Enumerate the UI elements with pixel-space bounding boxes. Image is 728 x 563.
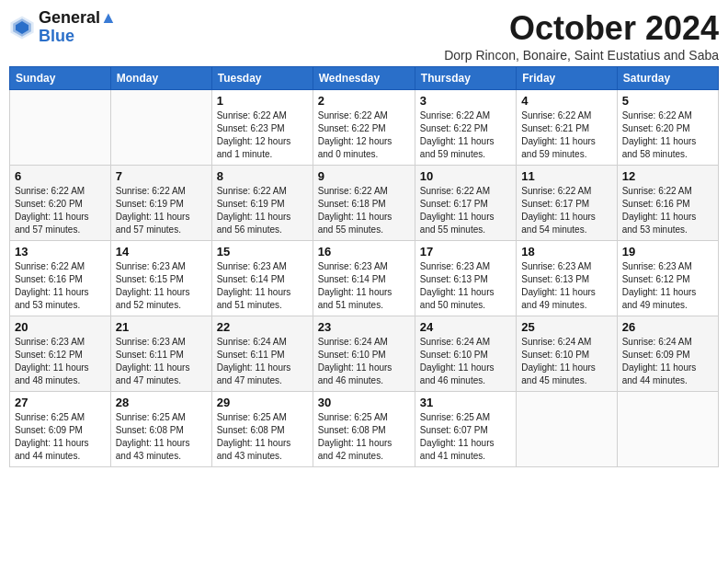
calendar-week-row: 13Sunrise: 6:22 AM Sunset: 6:16 PM Dayli…	[10, 241, 719, 316]
weekday-header: Wednesday	[313, 67, 415, 90]
day-info: Sunrise: 6:24 AM Sunset: 6:11 PM Dayligh…	[217, 336, 308, 387]
calendar-cell	[10, 90, 111, 166]
calendar-cell: 15Sunrise: 6:23 AM Sunset: 6:14 PM Dayli…	[211, 241, 313, 316]
calendar-cell: 4Sunrise: 6:22 AM Sunset: 6:21 PM Daylig…	[517, 90, 617, 166]
calendar-cell: 3Sunrise: 6:22 AM Sunset: 6:22 PM Daylig…	[415, 90, 516, 166]
day-number: 28	[116, 396, 207, 409]
calendar-cell: 17Sunrise: 6:23 AM Sunset: 6:13 PM Dayli…	[415, 241, 516, 316]
weekday-header: Tuesday	[211, 67, 313, 90]
calendar-cell: 9Sunrise: 6:22 AM Sunset: 6:18 PM Daylig…	[313, 166, 415, 241]
weekday-header: Sunday	[10, 67, 111, 90]
day-number: 29	[217, 396, 308, 409]
calendar-cell: 28Sunrise: 6:25 AM Sunset: 6:08 PM Dayli…	[110, 392, 211, 467]
day-number: 13	[15, 245, 106, 259]
calendar-cell: 21Sunrise: 6:23 AM Sunset: 6:11 PM Dayli…	[110, 316, 211, 392]
weekday-header: Saturday	[617, 67, 718, 90]
day-number: 15	[217, 245, 308, 259]
day-info: Sunrise: 6:23 AM Sunset: 6:14 PM Dayligh…	[318, 260, 410, 312]
day-number: 11	[521, 169, 611, 183]
day-info: Sunrise: 6:25 AM Sunset: 6:08 PM Dayligh…	[116, 411, 207, 463]
calendar-week-row: 20Sunrise: 6:23 AM Sunset: 6:12 PM Dayli…	[10, 316, 719, 392]
day-info: Sunrise: 6:22 AM Sunset: 6:20 PM Dayligh…	[622, 109, 713, 161]
day-number: 26	[622, 320, 713, 334]
day-number: 6	[15, 169, 106, 183]
logo-icon	[9, 15, 35, 40]
calendar-table: SundayMondayTuesdayWednesdayThursdayFrid…	[9, 66, 719, 467]
day-info: Sunrise: 6:23 AM Sunset: 6:13 PM Dayligh…	[521, 260, 611, 312]
day-info: Sunrise: 6:22 AM Sunset: 6:23 PM Dayligh…	[217, 109, 308, 161]
calendar-cell	[517, 392, 617, 467]
day-number: 4	[521, 94, 611, 108]
calendar-cell: 11Sunrise: 6:22 AM Sunset: 6:17 PM Dayli…	[517, 166, 617, 241]
day-number: 21	[116, 320, 207, 334]
day-info: Sunrise: 6:24 AM Sunset: 6:10 PM Dayligh…	[420, 336, 511, 387]
day-number: 5	[622, 94, 713, 108]
calendar-cell: 10Sunrise: 6:22 AM Sunset: 6:17 PM Dayli…	[415, 166, 516, 241]
day-number: 23	[318, 320, 410, 334]
day-number: 3	[420, 94, 511, 108]
day-info: Sunrise: 6:22 AM Sunset: 6:19 PM Dayligh…	[116, 185, 207, 236]
day-info: Sunrise: 6:22 AM Sunset: 6:16 PM Dayligh…	[622, 185, 713, 236]
day-number: 18	[521, 245, 611, 259]
calendar-cell: 2Sunrise: 6:22 AM Sunset: 6:22 PM Daylig…	[313, 90, 415, 166]
calendar-cell: 1Sunrise: 6:22 AM Sunset: 6:23 PM Daylig…	[211, 90, 313, 166]
calendar-cell: 27Sunrise: 6:25 AM Sunset: 6:09 PM Dayli…	[10, 392, 111, 467]
calendar-cell: 8Sunrise: 6:22 AM Sunset: 6:19 PM Daylig…	[211, 166, 313, 241]
day-number: 7	[116, 169, 207, 183]
calendar-cell: 31Sunrise: 6:25 AM Sunset: 6:07 PM Dayli…	[415, 392, 516, 467]
day-number: 8	[217, 169, 308, 183]
day-number: 27	[15, 396, 106, 409]
calendar-week-row: 6Sunrise: 6:22 AM Sunset: 6:20 PM Daylig…	[10, 166, 719, 241]
calendar-cell: 29Sunrise: 6:25 AM Sunset: 6:08 PM Dayli…	[211, 392, 313, 467]
day-number: 25	[521, 320, 611, 334]
day-info: Sunrise: 6:23 AM Sunset: 6:14 PM Dayligh…	[217, 260, 308, 312]
calendar-cell: 19Sunrise: 6:23 AM Sunset: 6:12 PM Dayli…	[617, 241, 718, 316]
day-number: 2	[318, 94, 410, 108]
day-number: 17	[420, 245, 511, 259]
day-info: Sunrise: 6:23 AM Sunset: 6:12 PM Dayligh…	[15, 336, 106, 387]
day-number: 20	[15, 320, 106, 334]
day-number: 10	[420, 169, 511, 183]
calendar-cell: 5Sunrise: 6:22 AM Sunset: 6:20 PM Daylig…	[617, 90, 718, 166]
day-info: Sunrise: 6:23 AM Sunset: 6:11 PM Dayligh…	[116, 336, 207, 387]
calendar-cell: 26Sunrise: 6:24 AM Sunset: 6:09 PM Dayli…	[617, 316, 718, 392]
weekday-header: Thursday	[415, 67, 516, 90]
calendar-cell: 12Sunrise: 6:22 AM Sunset: 6:16 PM Dayli…	[617, 166, 718, 241]
header: General▲ Blue October 2024 Dorp Rincon, …	[9, 9, 719, 63]
calendar-cell: 6Sunrise: 6:22 AM Sunset: 6:20 PM Daylig…	[10, 166, 111, 241]
calendar-cell: 22Sunrise: 6:24 AM Sunset: 6:11 PM Dayli…	[211, 316, 313, 392]
weekday-header: Friday	[517, 67, 617, 90]
calendar-cell: 20Sunrise: 6:23 AM Sunset: 6:12 PM Dayli…	[10, 316, 111, 392]
day-number: 30	[318, 396, 410, 409]
day-number: 1	[217, 94, 308, 108]
calendar-cell: 7Sunrise: 6:22 AM Sunset: 6:19 PM Daylig…	[110, 166, 211, 241]
calendar-cell: 16Sunrise: 6:23 AM Sunset: 6:14 PM Dayli…	[313, 241, 415, 316]
calendar-cell: 18Sunrise: 6:23 AM Sunset: 6:13 PM Dayli…	[517, 241, 617, 316]
day-number: 24	[420, 320, 511, 334]
day-info: Sunrise: 6:25 AM Sunset: 6:08 PM Dayligh…	[318, 411, 410, 463]
day-number: 14	[116, 245, 207, 259]
logo: General▲ Blue	[9, 9, 117, 46]
day-info: Sunrise: 6:25 AM Sunset: 6:08 PM Dayligh…	[217, 411, 308, 463]
day-number: 12	[622, 169, 713, 183]
calendar-cell: 30Sunrise: 6:25 AM Sunset: 6:08 PM Dayli…	[313, 392, 415, 467]
day-info: Sunrise: 6:22 AM Sunset: 6:17 PM Dayligh…	[521, 185, 611, 236]
title-area: October 2024 Dorp Rincon, Bonaire, Saint…	[444, 9, 719, 63]
calendar-week-row: 27Sunrise: 6:25 AM Sunset: 6:09 PM Dayli…	[10, 392, 719, 467]
calendar-cell	[617, 392, 718, 467]
day-info: Sunrise: 6:25 AM Sunset: 6:07 PM Dayligh…	[420, 411, 511, 463]
day-info: Sunrise: 6:22 AM Sunset: 6:18 PM Dayligh…	[318, 185, 410, 236]
calendar-cell: 25Sunrise: 6:24 AM Sunset: 6:10 PM Dayli…	[517, 316, 617, 392]
day-info: Sunrise: 6:24 AM Sunset: 6:10 PM Dayligh…	[318, 336, 410, 387]
day-info: Sunrise: 6:23 AM Sunset: 6:15 PM Dayligh…	[116, 260, 207, 312]
calendar-week-row: 1Sunrise: 6:22 AM Sunset: 6:23 PM Daylig…	[10, 90, 719, 166]
day-info: Sunrise: 6:23 AM Sunset: 6:13 PM Dayligh…	[420, 260, 511, 312]
day-info: Sunrise: 6:23 AM Sunset: 6:12 PM Dayligh…	[622, 260, 713, 312]
day-info: Sunrise: 6:22 AM Sunset: 6:21 PM Dayligh…	[521, 109, 611, 161]
logo-text: General▲ Blue	[39, 9, 117, 46]
location-title: Dorp Rincon, Bonaire, Saint Eustatius an…	[444, 48, 719, 63]
day-number: 9	[318, 169, 410, 183]
day-info: Sunrise: 6:24 AM Sunset: 6:10 PM Dayligh…	[521, 336, 611, 387]
month-title: October 2024	[444, 9, 719, 48]
day-info: Sunrise: 6:22 AM Sunset: 6:22 PM Dayligh…	[420, 109, 511, 161]
